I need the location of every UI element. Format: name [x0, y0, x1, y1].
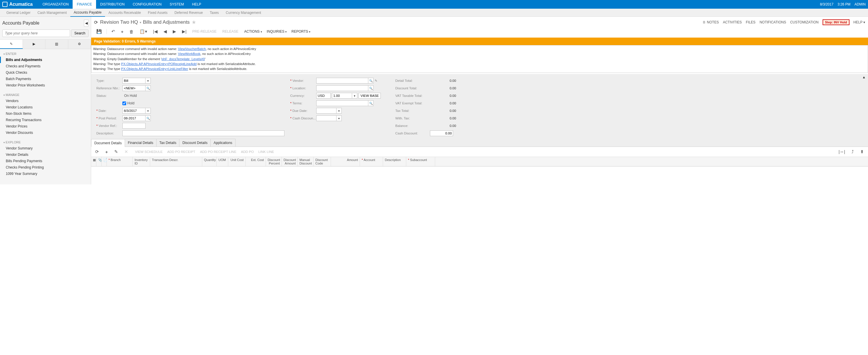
header-user[interactable]: ADMIN	[855, 2, 866, 6]
notes-link[interactable]: 🗎NOTES	[703, 20, 719, 24]
nav-item[interactable]: Vendor Discounts	[0, 130, 91, 136]
sidebar-tab-chart[interactable]: ▥	[45, 40, 68, 49]
delete-icon[interactable]: 🗑	[127, 28, 136, 35]
nav-item[interactable]: Vendor Price Worksheets	[0, 82, 91, 89]
brand-logo[interactable]: Acumatica	[2, 2, 33, 7]
warning-link[interactable]: PX.Objects.AP.APInvoiceEntry+POReceiptLi…	[121, 62, 197, 66]
sidebar-collapse-button[interactable]: ◀	[84, 20, 89, 27]
nav-item[interactable]: Recurring Transactions	[0, 117, 91, 123]
grid-fit-icon[interactable]: |↔|	[837, 149, 847, 155]
first-icon[interactable]: |◀	[151, 28, 160, 35]
doc-tab[interactable]: Discount Details	[179, 139, 211, 147]
terms-lookup-icon[interactable]: 🔍	[368, 100, 374, 106]
rate-dropdown-icon[interactable]: ▾	[352, 93, 357, 99]
help-menu[interactable]: HELP ▾	[854, 20, 865, 24]
nav-item[interactable]: Non-Stock Items	[0, 110, 91, 117]
subnav-item[interactable]: Cash Management	[34, 9, 70, 17]
post-input[interactable]	[122, 115, 146, 121]
topnav-finance[interactable]: FINANCE	[73, 0, 96, 9]
desc-input[interactable]	[122, 130, 284, 136]
grid-col-header[interactable]: UOM	[217, 157, 228, 166]
grid-refresh-icon[interactable]: ⟳	[93, 149, 101, 155]
grid-col-header[interactable]: Amount	[331, 157, 360, 166]
topnav-help[interactable]: HELP	[188, 0, 205, 9]
favorite-star-icon[interactable]: ★	[191, 19, 196, 26]
grid-col-header[interactable]: Unit Cost	[228, 157, 246, 166]
subnav-item[interactable]: Accounts Receivable	[105, 9, 144, 17]
location-lookup-icon[interactable]: 🔍	[368, 85, 374, 91]
inquiries-menu[interactable]: INQUIRIES ▾	[265, 28, 289, 35]
topnav-organization[interactable]: ORGANIZATION	[38, 0, 73, 9]
sidebar-tab-play[interactable]: ▶	[23, 40, 46, 49]
activities-link[interactable]: ACTIVITIES	[723, 20, 742, 24]
sidebar-tab-edit[interactable]: ✎	[0, 40, 23, 49]
location-input[interactable]	[316, 85, 368, 91]
grid-export-icon[interactable]: ⤴	[850, 149, 856, 155]
grid-col-header[interactable]: Ext. Cost	[246, 157, 266, 166]
nav-group-explore[interactable]: EXPLORE	[0, 139, 91, 145]
grid-col-header[interactable]: Discount Percent	[266, 157, 282, 166]
doc-tab[interactable]: Tax Details	[156, 139, 180, 147]
grid-col-header[interactable]: Inventory ID	[133, 157, 150, 166]
due-input[interactable]	[316, 108, 337, 114]
due-dropdown-icon[interactable]: ▾	[337, 108, 342, 114]
sidebar-search-input[interactable]	[2, 30, 70, 37]
post-lookup-icon[interactable]: 🔍	[146, 115, 151, 121]
next-icon[interactable]: ▶	[170, 28, 179, 35]
clipboard-icon[interactable]: 📋▾	[137, 28, 150, 35]
grid-col-header[interactable]: Quantity	[202, 157, 217, 166]
sidebar-tab-settings[interactable]: ⚙	[68, 40, 91, 49]
ref-input[interactable]	[122, 85, 146, 91]
grid-upload-icon[interactable]: ⬆	[859, 149, 866, 155]
add-icon[interactable]: +	[119, 28, 126, 35]
doc-tab[interactable]: Document Details	[91, 139, 125, 147]
nav-item[interactable]: Bills Pending Payments	[0, 158, 91, 164]
nav-item[interactable]: Vendors	[0, 98, 91, 104]
nav-group-manage[interactable]: MANAGE	[0, 92, 91, 98]
refresh-icon[interactable]: ⟳	[94, 20, 98, 25]
collapse-form-icon[interactable]: ▲	[862, 75, 866, 79]
grid-col-header[interactable]: Account	[360, 157, 383, 166]
grid-col-header[interactable]: Subaccount	[406, 157, 435, 166]
breadcrumb-company[interactable]: Revision Two HQ	[100, 20, 138, 25]
nav-item[interactable]: Bills and Adjustments	[0, 57, 91, 63]
grid-body[interactable]	[91, 166, 868, 184]
vendor-edit-icon[interactable]: ✎	[375, 79, 377, 83]
topnav-system[interactable]: SYSTEM	[166, 0, 188, 9]
nav-item[interactable]: Vendor Summary	[0, 145, 91, 152]
grid-col-header[interactable]: Manual Discount	[298, 157, 314, 166]
nav-item[interactable]: Vendor Details	[0, 152, 91, 158]
sidebar-search-button[interactable]: Search	[71, 30, 89, 37]
subnav-item[interactable]: General Ledger	[3, 9, 34, 17]
type-select[interactable]	[122, 78, 146, 84]
grid-col-selector[interactable]: ▦	[91, 157, 96, 166]
hold-checkbox[interactable]	[122, 101, 126, 105]
vendor-input[interactable]	[316, 78, 368, 84]
warning-link[interactable]: PX.Objects.AP.APInvoiceEntry+LinkLineFil…	[121, 67, 188, 70]
topnav-configuration[interactable]: CONFIGURATION	[129, 0, 166, 9]
nav-item[interactable]: Batch Payments	[0, 76, 91, 82]
grid-add-icon[interactable]: +	[103, 149, 110, 155]
warning-link[interactable]: ViewWorkBook	[178, 52, 200, 56]
ref-lookup-icon[interactable]: 🔍	[146, 85, 151, 91]
undo-icon[interactable]: ↶	[109, 28, 118, 35]
date-input[interactable]	[122, 108, 146, 114]
prev-icon[interactable]: ◀	[161, 28, 169, 35]
subnav-item[interactable]: Accounts Payable	[70, 9, 105, 17]
date-dropdown-icon[interactable]: ▾	[146, 108, 151, 114]
nav-item[interactable]: Checks Pending Printing	[0, 164, 91, 170]
reports-menu[interactable]: REPORTS ▾	[289, 28, 313, 35]
rate-input[interactable]	[332, 93, 352, 99]
cashdisc-dropdown-icon[interactable]: ▾	[337, 115, 342, 121]
grid-col-header[interactable]: Discount Amount	[282, 157, 298, 166]
cashd-input[interactable]	[430, 130, 453, 136]
actions-menu[interactable]: ACTIONS ▾	[242, 28, 265, 35]
subnav-item[interactable]: Currency Management	[222, 9, 265, 17]
grid-col-header[interactable]: Description	[383, 157, 406, 166]
warning-link[interactable]: phF_docsTemplate_Levels#0	[161, 57, 205, 61]
nav-item[interactable]: 1099 Year Summary	[0, 170, 91, 177]
nav-item[interactable]: Vendor Locations	[0, 104, 91, 110]
save-icon[interactable]: 💾	[94, 28, 104, 35]
type-dropdown-icon[interactable]: ▾	[146, 78, 151, 84]
subnav-item[interactable]: Fixed Assets	[144, 9, 171, 17]
